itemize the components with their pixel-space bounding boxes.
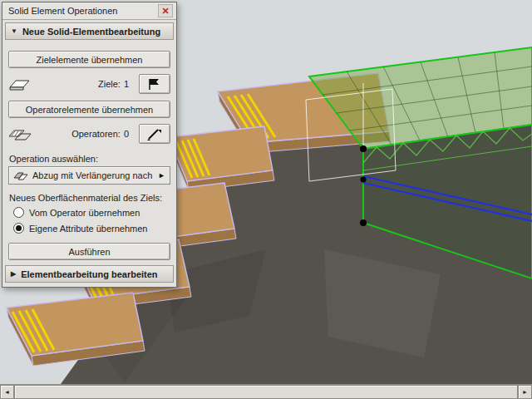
operators-count-value: 0 — [124, 129, 129, 139]
scroll-left-button[interactable]: ◄ — [0, 385, 14, 399]
targets-count-value: 1 — [124, 79, 129, 89]
section-label: Elementbearbeitung bearbeiten — [21, 269, 157, 279]
dropdown-arrow-icon: ► — [158, 171, 165, 180]
pick-operator-button[interactable] — [139, 124, 170, 144]
material-options-label: Neues Oberflächenmaterial des Ziels: — [9, 193, 170, 203]
section-edit-operations[interactable]: ▶ Elementbearbeitung bearbeiten — [5, 265, 174, 283]
operators-count-label: Operatoren: — [71, 129, 121, 139]
3d-window: Solid Element Operationen ✕ ▼ Neue Solid… — [0, 0, 532, 399]
target-flag-icon — [145, 77, 164, 91]
scrollbar-thumb[interactable] — [14, 385, 518, 399]
scroll-right-button[interactable]: ► — [518, 385, 532, 399]
targets-row: Ziele: 1 — [8, 72, 170, 96]
radio-icon — [13, 207, 24, 218]
solid-element-operations-palette: Solid Element Operationen ✕ ▼ Neue Solid… — [2, 2, 177, 288]
operator-element-icon — [8, 127, 37, 141]
palette-title: Solid Element Operationen — [8, 6, 158, 16]
chevron-down-icon: ▼ — [11, 27, 17, 35]
radio-label: Vom Operator übernehmen — [29, 208, 140, 218]
operation-selected-value: Abzug mit Verlängerung nach ... — [32, 170, 154, 180]
section-new-solid-operation[interactable]: ▼ Neue Solid-Elementbearbeitung — [5, 22, 174, 40]
operators-count: Operatoren: 0 — [37, 129, 139, 139]
horizontal-scrollbar[interactable]: ◄ ► — [0, 384, 532, 399]
get-operator-elements-button[interactable]: Operatorelemente übernehmen — [8, 101, 170, 118]
radio-label: Eigene Attribute übernehmen — [29, 224, 148, 234]
target-element-icon — [8, 77, 37, 91]
pencil-pick-icon — [145, 127, 164, 141]
get-target-elements-button[interactable]: Zielelemente übernehmen — [8, 51, 170, 68]
targets-count: Ziele: 1 — [37, 79, 139, 89]
section-label: Neue Solid-Elementbearbeitung — [22, 27, 160, 37]
targets-count-label: Ziele: — [98, 79, 121, 89]
operators-row: Operatoren: 0 — [8, 122, 170, 145]
radio-own-attributes[interactable]: Eigene Attribute übernehmen — [13, 222, 165, 234]
operation-select[interactable]: Abzug mit Verlängerung nach ... ► — [8, 166, 170, 185]
execute-button[interactable]: Ausführen — [8, 243, 170, 260]
operation-select-label: Operation auswählen: — [9, 154, 170, 164]
palette-titlebar[interactable]: Solid Element Operationen ✕ — [2, 2, 176, 20]
pick-target-button[interactable] — [139, 74, 170, 94]
subtraction-operation-icon — [13, 169, 28, 182]
radio-icon — [13, 223, 24, 234]
chevron-right-icon: ▶ — [11, 270, 16, 278]
wood-tread-step2[interactable] — [169, 126, 274, 191]
close-icon[interactable]: ✕ — [158, 4, 173, 17]
radio-from-operator[interactable]: Vom Operator übernehmen — [13, 206, 165, 219]
